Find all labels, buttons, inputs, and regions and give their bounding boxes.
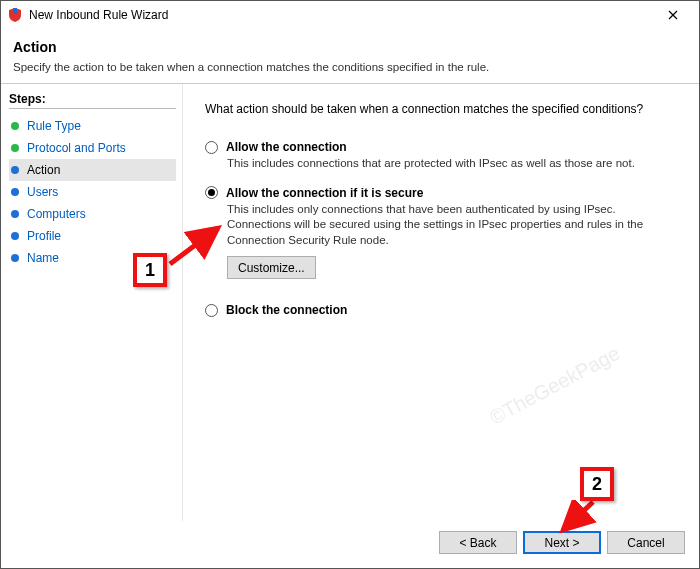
step-label: Protocol and Ports	[27, 141, 126, 155]
window-title: New Inbound Rule Wizard	[29, 8, 653, 22]
callout-2: 2	[580, 467, 614, 501]
arrow-2-icon	[557, 500, 597, 536]
cancel-button[interactable]: Cancel	[607, 531, 685, 554]
option-allow: Allow the connection This includes conne…	[205, 140, 677, 172]
svg-line-2	[170, 228, 218, 264]
option-label: Allow the connection if it is secure	[226, 186, 423, 200]
step-profile[interactable]: Profile	[9, 225, 176, 247]
step-label: Action	[27, 163, 60, 177]
step-label: Profile	[27, 229, 61, 243]
firewall-shield-icon	[7, 7, 23, 23]
titlebar: New Inbound Rule Wizard	[1, 1, 699, 29]
option-allow-secure: Allow the connection if it is secure Thi…	[205, 186, 677, 290]
callout-1: 1	[133, 253, 167, 287]
bullet-icon	[11, 254, 19, 262]
option-label: Block the connection	[226, 303, 347, 317]
steps-divider	[9, 108, 176, 109]
step-protocol-and-ports[interactable]: Protocol and Ports	[9, 137, 176, 159]
option-desc: This includes only connections that have…	[227, 202, 667, 249]
watermark: ©TheGeekPage	[486, 342, 624, 430]
radio-allow-secure[interactable]	[205, 186, 218, 199]
bullet-icon	[11, 144, 19, 152]
radio-block[interactable]	[205, 304, 218, 317]
bullet-icon	[11, 188, 19, 196]
step-label: Computers	[27, 207, 86, 221]
wizard-header: Action Specify the action to be taken wh…	[1, 29, 699, 75]
step-label: Users	[27, 185, 58, 199]
wizard-body: Steps: Rule Type Protocol and Ports Acti…	[1, 84, 699, 521]
steps-heading: Steps:	[9, 92, 176, 106]
customize-button[interactable]: Customize...	[227, 256, 316, 279]
steps-sidebar: Steps: Rule Type Protocol and Ports Acti…	[1, 84, 183, 521]
step-users[interactable]: Users	[9, 181, 176, 203]
bullet-icon	[11, 122, 19, 130]
page-subtitle: Specify the action to be taken when a co…	[13, 61, 687, 73]
svg-line-4	[563, 502, 593, 530]
arrow-1-icon	[168, 222, 228, 266]
main-panel: What action should be taken when a conne…	[183, 84, 699, 521]
step-label: Rule Type	[27, 119, 81, 133]
step-label: Name	[27, 251, 59, 265]
option-label: Allow the connection	[226, 140, 347, 154]
step-computers[interactable]: Computers	[9, 203, 176, 225]
option-desc: This includes connections that are prote…	[227, 156, 667, 172]
bullet-icon	[11, 210, 19, 218]
step-rule-type[interactable]: Rule Type	[9, 115, 176, 137]
svg-rect-0	[13, 8, 17, 14]
action-prompt: What action should be taken when a conne…	[205, 102, 677, 116]
bullet-icon	[11, 232, 19, 240]
close-button[interactable]	[653, 3, 693, 27]
radio-allow[interactable]	[205, 141, 218, 154]
step-action[interactable]: Action	[9, 159, 176, 181]
bullet-icon	[11, 166, 19, 174]
back-button[interactable]: < Back	[439, 531, 517, 554]
option-block: Block the connection	[205, 303, 677, 317]
page-title: Action	[13, 39, 687, 55]
